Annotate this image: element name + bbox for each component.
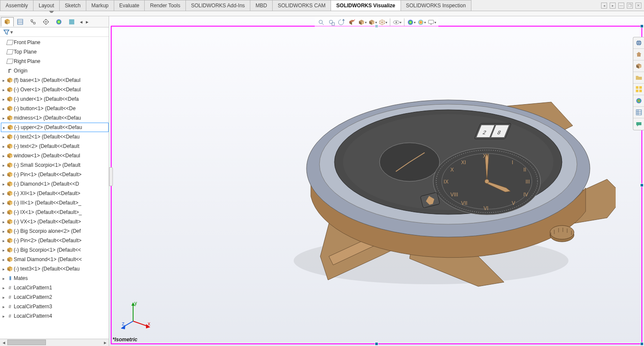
heads-up-view-toolbar: ▾ ▾ ▾ ▾ ▾ ▾ ▾ xyxy=(315,16,438,28)
child-prev-icon[interactable]: ◂ xyxy=(601,3,607,9)
child-next-icon[interactable]: ▸ xyxy=(610,3,616,9)
panel-collapse-handle[interactable] xyxy=(109,167,113,186)
svg-text:II: II xyxy=(523,167,526,173)
configuration-manager-tab[interactable] xyxy=(27,17,39,27)
manager-tab-strip: ◂ ▸ xyxy=(0,16,109,27)
resize-handle[interactable] xyxy=(375,342,378,346)
file-explorer-tab[interactable] xyxy=(633,72,644,84)
component-node[interactable]: ▸(-) text3<1> (Default<<Defau xyxy=(1,264,109,274)
svg-text:IX: IX xyxy=(444,179,448,185)
task-pane xyxy=(633,37,644,130)
design-library-tab[interactable] xyxy=(633,60,644,72)
extra-manager-tab[interactable] xyxy=(65,17,78,27)
minimize-button[interactable]: — xyxy=(618,3,624,9)
svg-point-18 xyxy=(636,98,641,103)
svg-text:x: x xyxy=(148,321,150,327)
component-node[interactable]: ▸(-) button<1> (Default<<De xyxy=(1,104,109,113)
view-orientation-button[interactable]: ▾ xyxy=(358,18,367,27)
panel-scroll-right[interactable]: ▸ xyxy=(84,17,90,27)
svg-line-60 xyxy=(133,321,148,326)
feature-tree[interactable]: Front Plane Top Plane Right Plane Origin… xyxy=(0,37,109,339)
component-node-selected[interactable]: ▸(-) upper<2> (Default<<Defau xyxy=(1,123,109,132)
svg-point-9 xyxy=(395,21,397,23)
origin-node[interactable]: Origin xyxy=(1,66,109,75)
svg-point-3 xyxy=(56,19,61,24)
tab-inspection[interactable]: SOLIDWORKS Inspection xyxy=(401,0,471,11)
tab-cam[interactable]: SOLIDWORKS CAM xyxy=(272,0,331,11)
display-manager-tab[interactable] xyxy=(52,17,65,27)
component-node[interactable]: ▸Smal Diamond<1> (Default<< xyxy=(1,255,109,264)
component-node[interactable]: ▸(-) XII<1> (Default<<Default> xyxy=(1,189,109,198)
tab-addins[interactable]: SOLIDWORKS Add-Ins xyxy=(185,0,250,11)
solidworks-resources-tab[interactable] xyxy=(633,37,644,49)
tab-sketch[interactable]: Sketch xyxy=(59,0,86,11)
plane-right[interactable]: Right Plane xyxy=(1,57,109,66)
tab-render-tools[interactable]: Render Tools xyxy=(144,0,186,11)
tree-filter-bar[interactable]: ▾ xyxy=(0,27,109,37)
plane-front[interactable]: Front Plane xyxy=(1,38,109,47)
component-node[interactable]: ▸(-) III<1> (Default<<Default>_ xyxy=(1,198,109,208)
component-node[interactable]: ▸(-) Diamond<1> (Default<<D xyxy=(1,179,109,189)
svg-rect-16 xyxy=(636,90,638,92)
zoom-to-fit-button[interactable] xyxy=(316,18,326,27)
panel-scroll-left[interactable]: ◂ xyxy=(78,17,84,27)
view-palette-tab[interactable] xyxy=(633,84,644,95)
component-node[interactable]: ▸(-) Pin<1> (Default<<Default> xyxy=(1,170,109,179)
svg-text:I: I xyxy=(512,159,513,165)
tab-assembly[interactable]: Assembly xyxy=(0,0,33,11)
property-manager-tab[interactable] xyxy=(14,17,27,27)
zoom-to-area-button[interactable] xyxy=(327,18,336,27)
feature-manager-tab[interactable] xyxy=(1,17,14,27)
component-node[interactable]: ▸(-) Big Scorpio alone<2> (Def xyxy=(1,226,109,236)
model-watch-render: 2 8 XII III VI IX III IVV VIIVIII XXI xyxy=(229,72,616,295)
graphics-viewport[interactable]: ▾ ▾ ▾ ▾ ▾ ▾ ▾ xyxy=(109,16,644,346)
appearances-tab[interactable] xyxy=(633,95,644,107)
pattern-node[interactable]: ▸LocalCirPattern4 xyxy=(1,311,109,321)
hide-show-button[interactable]: ▾ xyxy=(378,18,388,27)
component-node[interactable]: ▸(-) Small Scorpio<1> (Default xyxy=(1,160,109,170)
svg-point-6 xyxy=(329,20,333,24)
section-view-button[interactable] xyxy=(347,18,357,27)
tab-markup[interactable]: Markup xyxy=(86,0,114,11)
maximize-button[interactable]: ❐ xyxy=(627,3,633,9)
tab-visualize[interactable]: SOLIDWORKS Visualize xyxy=(331,0,401,11)
component-node[interactable]: ▸window<1> (Default<<Defaul xyxy=(1,151,109,160)
panel-horizontal-scrollbar[interactable]: ◂▸ xyxy=(0,339,109,346)
component-node[interactable]: ▸(f) base<1> (Default<<Defaul xyxy=(1,75,109,85)
mates-node[interactable]: ▸Mates xyxy=(1,274,109,283)
resize-handle[interactable] xyxy=(640,184,644,187)
pattern-node[interactable]: ▸LocalCirPattern1 xyxy=(1,283,109,292)
component-node[interactable]: ▸(-) IX<1> (Default<<Default>_ xyxy=(1,208,109,217)
svg-text:y: y xyxy=(134,301,137,306)
orientation-triad[interactable]: y x z xyxy=(121,301,151,331)
component-node[interactable]: ▸(-) under<1> (Default<<Defa xyxy=(1,94,109,104)
resize-handle[interactable] xyxy=(640,24,644,28)
component-node[interactable]: ▸(-) text2<1> (Default<<Defau xyxy=(1,132,109,141)
edit-appearance-button[interactable]: ▾ xyxy=(407,18,416,27)
resize-handle[interactable] xyxy=(640,342,644,346)
component-node[interactable]: ▸(-) text<2> (Default<<Default xyxy=(1,141,109,151)
svg-rect-12 xyxy=(428,20,434,24)
close-button[interactable]: ✕ xyxy=(635,3,641,9)
home-tab[interactable] xyxy=(633,49,644,60)
tab-evaluate[interactable]: Evaluate xyxy=(114,0,145,11)
pattern-node[interactable]: ▸LocalCirPattern2 xyxy=(1,292,109,302)
plane-top[interactable]: Top Plane xyxy=(1,47,109,57)
component-node[interactable]: ▸midness<1> (Default<<Defau xyxy=(1,113,109,123)
tab-mbd[interactable]: MBD xyxy=(250,0,273,11)
forum-tab[interactable] xyxy=(633,118,644,130)
component-node[interactable]: ▸(-) Over<1> (Default<<Defaul xyxy=(1,85,109,94)
custom-properties-tab[interactable] xyxy=(633,107,644,118)
view-orientation-label: *Isometric xyxy=(112,337,137,343)
apply-scene-button[interactable]: ▾ xyxy=(417,18,426,27)
component-node[interactable]: ▸(-) Big Scorpio<1> (Default<< xyxy=(1,245,109,255)
view-settings-button[interactable]: ▾ xyxy=(427,18,437,27)
dimxpert-manager-tab[interactable] xyxy=(39,17,52,27)
component-node[interactable]: ▸(-) VX<1> (Default<<Default> xyxy=(1,217,109,226)
previous-view-button[interactable] xyxy=(337,18,346,27)
display-style-button[interactable]: ▾ xyxy=(368,18,377,27)
tab-layout[interactable]: Layout xyxy=(33,0,60,11)
component-node[interactable]: ▸(-) Pin<2> (Default<<Default> xyxy=(1,236,109,245)
eye-icon[interactable]: ▾ xyxy=(392,18,402,27)
pattern-node[interactable]: ▸LocalCirPattern3 xyxy=(1,302,109,311)
